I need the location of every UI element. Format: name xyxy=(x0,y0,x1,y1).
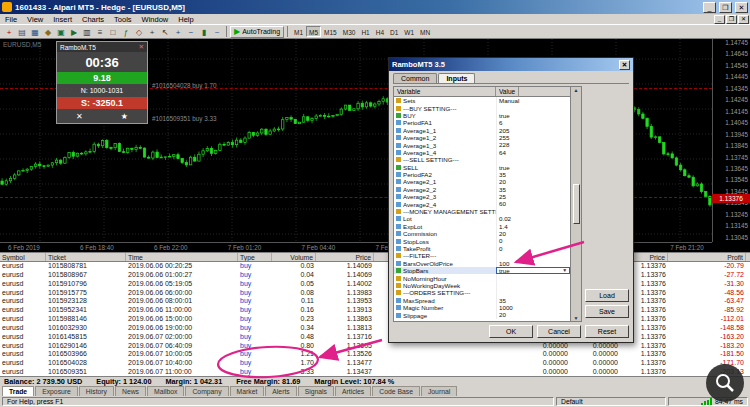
inputs-scrollbar[interactable]: ▲ ▼ xyxy=(571,86,582,322)
cursor-icon[interactable]: ↖ xyxy=(159,26,171,38)
param-value[interactable] xyxy=(496,208,570,215)
param-value[interactable] xyxy=(496,289,570,296)
timeframe-m30[interactable]: M30 xyxy=(340,26,359,37)
tab-articles[interactable]: Articles xyxy=(335,386,371,396)
table-row[interactable]: eurusd10158087812019.06.06 00:20:25buy0.… xyxy=(0,262,750,271)
param-value[interactable]: true xyxy=(496,164,570,171)
param-value[interactable] xyxy=(496,282,570,289)
param-value[interactable]: 25 xyxy=(496,193,570,200)
title-bar[interactable]: 1601433 - Alpari MT5 - Hedge - [EURUSD,M… xyxy=(0,0,750,14)
zoom-in-icon[interactable]: + xyxy=(172,26,184,38)
chart-area[interactable]: EURUSD,M5 #1016504028 buy 1.70 #10165093… xyxy=(0,39,750,252)
param-row[interactable]: ExpLot1.4 xyxy=(394,223,570,230)
param-row[interactable]: SetsManual xyxy=(394,97,570,104)
zoom-out-icon[interactable]: − xyxy=(185,26,197,38)
tab-alerts[interactable]: Alerts xyxy=(265,386,296,396)
param-row[interactable]: Average2_120 xyxy=(394,178,570,185)
dialog-tab-common[interactable]: Common xyxy=(393,73,437,83)
toolbox-icon[interactable]: ▣ xyxy=(55,26,67,38)
strategy-tester-icon[interactable]: ▶ xyxy=(68,26,80,38)
table-row[interactable]: eurusd10162901462019.06.07 06:40:09buy0.… xyxy=(0,342,750,351)
tab-signals[interactable]: Signals xyxy=(298,386,334,396)
table-row[interactable]: eurusd10160329302019.06.06 19:00:00buy0.… xyxy=(0,324,750,333)
table-row[interactable]: eurusd10159231282019.06.06 08:00:01buy0.… xyxy=(0,297,750,306)
param-row[interactable]: NoWorkingDayWeek xyxy=(394,282,570,289)
price-scale[interactable]: 1.147451.146451.145451.144451.143451.142… xyxy=(712,39,750,242)
param-row[interactable]: Average1_464 xyxy=(394,149,570,156)
param-row[interactable]: SELLtrue xyxy=(394,164,570,171)
timeframe-w1[interactable]: W1 xyxy=(401,26,417,37)
param-value[interactable]: true xyxy=(496,112,570,119)
param-row[interactable]: Average2_235 xyxy=(394,186,570,193)
column-header-symbol[interactable]: Symbol xyxy=(0,253,46,261)
table-row[interactable]: eurusd10159523412019.06.06 11:00:00buy0.… xyxy=(0,306,750,315)
dialog-close-button[interactable]: ✕ xyxy=(619,60,630,70)
param-row[interactable]: BarsOverOldPrice100 xyxy=(394,260,570,267)
table-row[interactable]: eurusd10161458152019.06.07 02:00:00buy0.… xyxy=(0,333,750,342)
dialog-tab-inputs[interactable]: Inputs xyxy=(438,73,475,83)
profiles-icon[interactable]: ≡ xyxy=(94,26,106,38)
param-value[interactable] xyxy=(496,274,570,281)
tab-journal[interactable]: Journal xyxy=(421,386,457,396)
cancel-button[interactable]: Cancel xyxy=(537,325,581,338)
objects-icon[interactable]: ◇ xyxy=(133,26,145,38)
param-value[interactable]: 20 xyxy=(496,230,570,237)
column-header-volume[interactable]: Volume xyxy=(272,253,316,261)
timeframe-d1[interactable]: D1 xyxy=(387,26,401,37)
param-value[interactable]: Manual xyxy=(496,97,570,104)
menu-view[interactable]: View xyxy=(22,15,48,24)
param-value[interactable]: 20 xyxy=(496,311,570,318)
timeframe-mn[interactable]: MN xyxy=(417,26,433,37)
param-value[interactable]: 100 xyxy=(496,260,570,267)
tab-news[interactable]: News xyxy=(115,386,146,396)
param-value[interactable]: 35 xyxy=(496,171,570,178)
param-row[interactable]: MaxSpread35 xyxy=(394,297,570,304)
param-row[interactable]: StopLoss0 xyxy=(394,237,570,244)
column-header-time[interactable]: Time xyxy=(126,253,238,261)
tab-exposure[interactable]: Exposure xyxy=(35,386,78,396)
market-watch-icon[interactable]: ▤ xyxy=(16,26,28,38)
line-chart-icon[interactable]: ~ xyxy=(211,26,223,38)
reset-button[interactable]: Reset xyxy=(585,325,629,338)
navigator-icon[interactable]: ◆ xyxy=(42,26,54,38)
param-row[interactable]: Average1_3228 xyxy=(394,141,570,148)
autotrading-button[interactable]: ▶ AutoTrading xyxy=(230,26,284,38)
data-window-icon[interactable]: ▦ xyxy=(29,26,41,38)
param-row[interactable]: PeriodFA16 xyxy=(394,119,570,126)
tab-trade[interactable]: Trade xyxy=(2,386,34,396)
ok-button[interactable]: OK xyxy=(489,325,533,338)
param-value[interactable]: true▼ xyxy=(496,267,570,274)
param-row[interactable]: ---FILTER--- xyxy=(394,252,570,259)
minimize-button[interactable]: _ xyxy=(703,2,716,13)
timeframe-m1[interactable]: M1 xyxy=(291,26,306,37)
timeframe-h4[interactable]: H4 xyxy=(373,26,387,37)
tab-company[interactable]: Company xyxy=(185,386,228,396)
param-row[interactable]: PeriodFA235 xyxy=(394,171,570,178)
new-order-icon[interactable]: + xyxy=(3,26,15,38)
candle-chart-icon[interactable]: ▮ xyxy=(198,26,210,38)
close-button[interactable]: ✕ xyxy=(735,2,748,13)
param-value[interactable]: 0 xyxy=(496,245,570,252)
table-row[interactable]: eurusd10159107962019.06.06 05:19:05buy0.… xyxy=(0,280,750,289)
param-value[interactable]: 35 xyxy=(496,297,570,304)
menu-insert[interactable]: Insert xyxy=(48,15,77,24)
param-row[interactable]: Average2_325 xyxy=(394,193,570,200)
param-value[interactable]: 228 xyxy=(496,141,570,148)
ea-panel-close-icon[interactable]: ✕ xyxy=(139,43,144,51)
param-row[interactable]: NoMorningHour xyxy=(394,274,570,281)
tab-market[interactable]: Market xyxy=(230,386,265,396)
param-value[interactable]: 0 xyxy=(496,237,570,244)
param-value[interactable]: 0.02 xyxy=(496,215,570,222)
tab-mailbox[interactable]: Mailbox xyxy=(147,386,184,396)
param-value[interactable]: 1.4 xyxy=(496,223,570,230)
param-row[interactable]: Commission20 xyxy=(394,230,570,237)
ea-star-icon[interactable]: ★ xyxy=(121,112,128,121)
param-value[interactable]: 60 xyxy=(496,200,570,207)
menu-file[interactable]: File xyxy=(0,15,22,24)
dialog-titlebar[interactable]: RamboMT5 3.5 ✕ xyxy=(389,58,633,71)
param-row[interactable]: Average1_1205 xyxy=(394,127,570,134)
child-minimize-button[interactable]: _ xyxy=(714,15,725,24)
param-row[interactable]: StopBarstrue▼ xyxy=(394,267,570,274)
table-row[interactable]: eurusd10159157752019.06.06 06:00:00buy0.… xyxy=(0,289,750,298)
param-row[interactable]: TakeProfit0 xyxy=(394,245,570,252)
